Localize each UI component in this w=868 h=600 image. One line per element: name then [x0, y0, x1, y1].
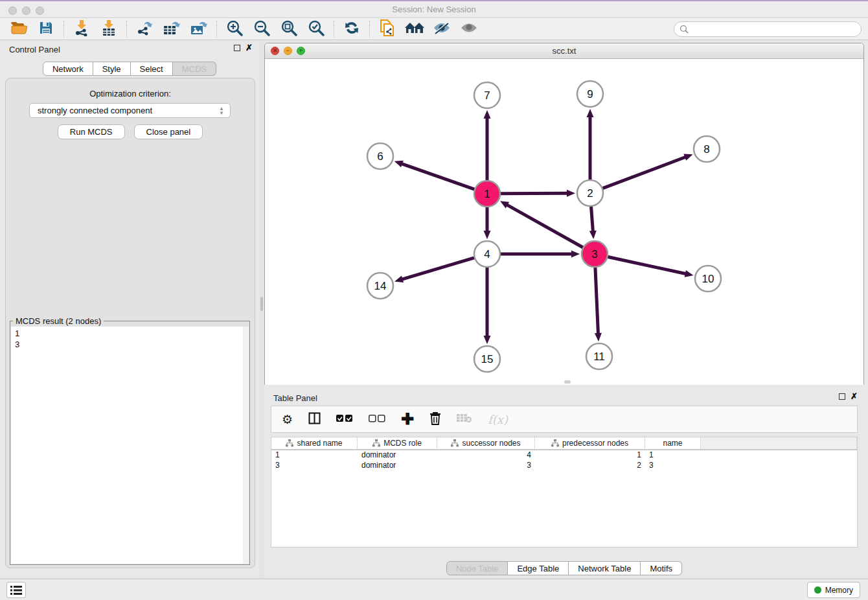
tab-node-table[interactable]: Node Table	[446, 561, 508, 575]
export-image-button[interactable]	[185, 19, 212, 39]
close-table-panel-icon[interactable]: ✗	[851, 393, 858, 400]
ndex-home-button[interactable]	[401, 19, 428, 39]
graph-edge-1-2[interactable]	[500, 193, 568, 194]
select-all-columns-button[interactable]	[336, 411, 353, 427]
graph-node-label-1: 1	[484, 188, 490, 200]
close-panel-icon[interactable]: ✗	[246, 45, 253, 51]
table-options-button[interactable]: ⚙	[282, 411, 293, 427]
zoom-in-icon	[226, 19, 243, 39]
cell-MCDS-role[interactable]: dominator	[358, 461, 437, 471]
cell-MCDS-role[interactable]: dominator	[358, 450, 437, 461]
float-table-panel-icon[interactable]	[839, 393, 845, 400]
mcds-result-textarea[interactable]: 1 3	[11, 327, 243, 564]
table-panel: Table Panel ✗ ⚙ ✚ f(x) shared nameMCDS r…	[264, 389, 864, 577]
tab-style[interactable]: Style	[93, 62, 131, 76]
import-network-button[interactable]	[68, 19, 95, 39]
graph-edge-2-3[interactable]	[591, 206, 593, 232]
graph-arrowhead-1-7	[484, 110, 491, 119]
split-columns-icon	[308, 412, 321, 427]
zoom-selected-button[interactable]	[303, 19, 330, 39]
graph-node-label-7: 7	[484, 89, 490, 102]
splitter-grip[interactable]	[260, 297, 263, 311]
tab-motifs[interactable]: Motifs	[641, 561, 682, 575]
task-history-button[interactable]	[6, 582, 26, 598]
graph-edge-2-8[interactable]	[602, 157, 686, 189]
search-input[interactable]	[692, 25, 847, 34]
graph-edge-3-1[interactable]	[507, 205, 584, 248]
cell-shared-name[interactable]: 3	[271, 461, 358, 471]
graph-edge-4-14[interactable]	[402, 258, 475, 280]
maximize-view-button[interactable]: +	[297, 47, 305, 55]
memory-button[interactable]: Memory	[807, 582, 860, 598]
graph-edge-3-11[interactable]	[595, 267, 599, 334]
hide-preview-button[interactable]	[428, 19, 455, 39]
tab-network[interactable]: Network	[43, 62, 93, 76]
cell-successor-nodes[interactable]: 4	[437, 450, 535, 461]
ndex-share-button[interactable]	[374, 19, 401, 39]
delete-column-button[interactable]	[429, 411, 441, 427]
delete-table-button[interactable]	[457, 411, 472, 427]
graph-edge-3-10[interactable]	[608, 257, 687, 274]
column-header-MCDS-role[interactable]: MCDS role	[358, 437, 437, 449]
window-controls[interactable]	[8, 6, 44, 15]
create-column-button[interactable]: ✚	[401, 411, 414, 427]
search-field[interactable]	[674, 21, 862, 37]
tab-mcds[interactable]: MCDS	[173, 62, 216, 76]
run-mcds-button[interactable]: Run MCDS	[58, 124, 125, 139]
refresh-button[interactable]	[338, 19, 365, 39]
minimize-window-button[interactable]	[22, 6, 30, 15]
close-view-button[interactable]: ✕	[271, 47, 279, 55]
table-toolbar: ⚙ ✚ f(x)	[271, 406, 858, 433]
column-header-name[interactable]: name	[645, 437, 701, 449]
zoom-fit-icon	[280, 19, 297, 39]
open-folder-icon	[10, 21, 27, 38]
function-builder-button[interactable]: f(x)	[488, 411, 508, 427]
graph-edge-1-6[interactable]	[401, 163, 475, 189]
table-panel-title: Table Panel	[273, 393, 317, 403]
zoom-fit-button[interactable]	[275, 19, 303, 39]
result-scrollbar[interactable]	[243, 327, 249, 564]
cell-successor-nodes[interactable]: 3	[437, 461, 535, 471]
show-preview-button[interactable]	[455, 19, 483, 39]
tab-edge-table[interactable]: Edge Table	[508, 561, 569, 575]
network-window-titlebar[interactable]: ✕ − + scc.txt	[265, 43, 863, 59]
tab-select[interactable]: Select	[131, 62, 173, 76]
table-row[interactable]: 3dominator323	[271, 461, 857, 471]
network-view-window: ✕ − + scc.txt 7968124314101511	[264, 43, 864, 385]
graph-node-label-10: 10	[702, 273, 714, 285]
close-window-button[interactable]	[8, 6, 17, 15]
zoom-in-button[interactable]	[221, 19, 248, 39]
column-header-shared-name[interactable]: shared name	[271, 437, 358, 449]
column-layout-button[interactable]	[308, 411, 321, 427]
cell-name[interactable]: 3	[645, 461, 701, 471]
zoom-out-button[interactable]	[248, 19, 275, 39]
deselect-all-columns-button[interactable]	[369, 411, 385, 427]
cell-shared-name[interactable]: 1	[271, 450, 358, 461]
zoom-window-button[interactable]	[36, 6, 44, 15]
plus-icon: ✚	[401, 413, 414, 426]
fx-icon: f(x)	[488, 413, 508, 426]
application-window: Session: New Session	[0, 0, 868, 600]
cell-name[interactable]: 1	[645, 450, 701, 461]
minimize-view-button[interactable]: −	[284, 47, 292, 55]
export-network-button[interactable]	[131, 19, 158, 39]
column-label: successor nodes	[462, 439, 520, 448]
column-header-successor-nodes[interactable]: successor nodes	[437, 437, 535, 449]
open-session-button[interactable]	[5, 19, 32, 39]
toolbar-separator	[369, 21, 370, 38]
cell-predecessor-nodes[interactable]: 2	[535, 461, 645, 471]
horizontal-splitter-grip[interactable]	[564, 380, 571, 384]
import-table-button[interactable]	[95, 19, 122, 39]
close-panel-button[interactable]: Close panel	[134, 124, 203, 139]
table-row[interactable]: 1dominator411	[271, 450, 857, 461]
tab-network-table[interactable]: Network Table	[569, 561, 641, 575]
criterion-dropdown[interactable]: strongly connected component ▲▼	[29, 103, 231, 118]
network-canvas[interactable]: 7968124314101511	[265, 59, 863, 385]
cell-predecessor-nodes[interactable]: 1	[535, 450, 645, 461]
column-header-predecessor-nodes[interactable]: predecessor nodes	[535, 437, 645, 449]
graph-node-label-15: 15	[481, 353, 494, 365]
save-session-button[interactable]	[32, 19, 60, 39]
export-table-button[interactable]	[158, 19, 185, 39]
float-panel-icon[interactable]	[234, 45, 240, 51]
vertical-splitter[interactable]	[259, 40, 264, 579]
